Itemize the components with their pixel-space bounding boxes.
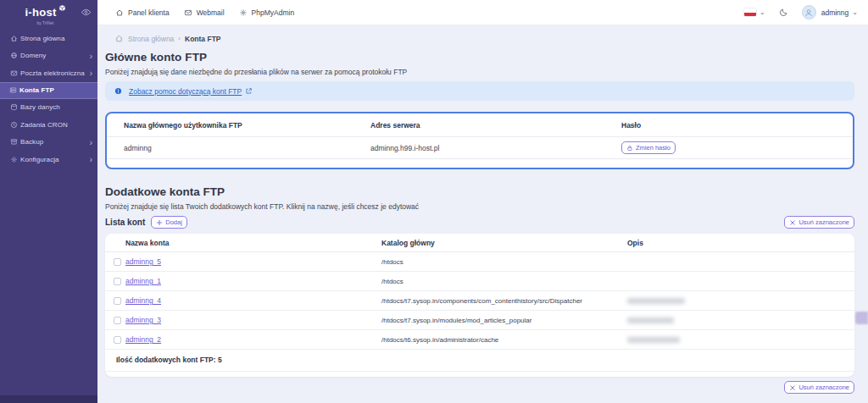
catalog-path: /htdocs/t7.sysop.in/modules/mod_articles… <box>381 317 627 324</box>
account-link[interactable]: adminng_4 <box>125 296 161 305</box>
help-alert: Zobacz pomoc dotyczącą kont FTP <box>105 81 854 101</box>
topbar-link-webmail[interactable]: Webmail <box>184 8 225 17</box>
collapse-sidebar-icon[interactable] <box>81 7 92 18</box>
sidebar-item-email[interactable]: Poczta elektroniczna › <box>2 64 96 81</box>
redacted-text <box>627 337 680 343</box>
clock-icon <box>10 121 18 129</box>
table-row: adminng_3 /htdocs/t7.sysop.in/modules/mo… <box>105 311 854 330</box>
table-row: adminng_5 /htdocs <box>105 252 854 272</box>
section-description: Poniżej znajduje się lista Twoich dodatk… <box>105 202 854 211</box>
logo[interactable]: i-host <box>25 6 65 19</box>
col-header: Opis <box>627 234 854 251</box>
info-icon <box>114 87 122 95</box>
chevron-down-icon: ⌄ <box>852 8 858 16</box>
mail-icon <box>10 69 18 77</box>
home-icon <box>114 34 124 43</box>
cube-icon <box>58 4 66 12</box>
gear-icon <box>10 156 18 163</box>
account-link[interactable]: adminng_5 <box>125 257 161 266</box>
sidebar-menu: Strona główna Domeny › Poczta elektronic… <box>0 25 97 168</box>
mail-icon <box>184 8 192 17</box>
sidebar-item-domains[interactable]: Domeny › <box>2 47 96 64</box>
account-link[interactable]: adminng_3 <box>125 316 161 324</box>
col-header: Hasło <box>621 113 853 136</box>
col-header: Adres serwera <box>370 113 621 136</box>
help-link[interactable]: Zobacz pomoc dotyczącą kont FTP <box>129 87 253 96</box>
user-icon <box>804 8 814 18</box>
catalog-path: /htdocs <box>381 258 627 266</box>
description-cell <box>627 317 854 323</box>
username[interactable]: adminng <box>821 8 849 17</box>
table-row: adminng_1 /htdocs <box>105 272 854 291</box>
col-header: Nazwa konta <box>125 234 381 251</box>
sidebar-item-config[interactable]: Konfiguracja › <box>2 151 96 168</box>
catalog-path: /htdocs/t7.sysop.in/components/com_conte… <box>381 297 627 305</box>
topbar: Panel klienta Webmail PhpMyAdmin ⌄ admin… <box>97 0 868 25</box>
sidebar-logo-area: i-host by TriNet <box>0 0 97 25</box>
catalog-path: /htdocs/t6.sysop.in/administrator/cache <box>381 336 627 344</box>
server-icon <box>9 86 17 94</box>
col-header: Nazwa głównego użytkownika FTP <box>107 113 370 136</box>
page-description: Poniżej znajdują się dane niezbędne do p… <box>105 68 854 76</box>
table-footer: Ilość dodatkowych kont FTP: 5 <box>105 350 854 372</box>
sidebar-item-home[interactable]: Strona główna <box>2 30 96 47</box>
chevron-right-icon: › <box>89 154 92 164</box>
sidebar-item-ftp[interactable]: Konta FTP <box>0 82 97 99</box>
database-icon <box>10 103 18 111</box>
row-checkbox[interactable] <box>114 278 121 285</box>
chevron-down-icon: ⌄ <box>760 8 765 16</box>
table-row: adminng_4 /htdocs/t7.sysop.in/components… <box>105 291 854 311</box>
row-checkbox[interactable] <box>114 317 121 324</box>
catalog-path: /htdocs <box>381 278 627 285</box>
list-label: Lista kont <box>105 218 145 227</box>
breadcrumb-home[interactable]: Strona główna <box>128 35 174 43</box>
main-ftp-row: adminng adminng.h99.i-host.pl Zmień hasł… <box>107 137 853 159</box>
delete-selected-button-top[interactable]: Usuń zaznaczone <box>784 216 854 229</box>
main-ftp-card: Nazwa głównego użytkownika FTP Adres ser… <box>105 112 854 169</box>
sidebar-item-databases[interactable]: Bazy danych <box>2 99 96 116</box>
side-widget[interactable] <box>855 312 868 324</box>
x-icon <box>789 384 796 391</box>
table-row: adminng_2 /htdocs/t6.sysop.in/administra… <box>105 330 854 350</box>
home-icon <box>115 8 124 17</box>
main-content: Strona główna › Konta FTP Główne konto F… <box>97 25 868 403</box>
globe-icon <box>10 52 18 59</box>
redacted-text <box>627 317 674 323</box>
archive-icon <box>10 138 18 146</box>
page-title: Główne konto FTP <box>105 51 854 63</box>
avatar[interactable] <box>802 5 816 19</box>
change-password-button[interactable]: Zmień hasło <box>621 141 676 154</box>
sidebar-footer-strip <box>0 395 97 403</box>
topbar-link-phpmyadmin[interactable]: PhpMyAdmin <box>239 8 295 17</box>
dark-mode-icon[interactable] <box>779 8 788 17</box>
plus-icon <box>156 219 163 226</box>
add-button[interactable]: Dodaj <box>151 216 187 229</box>
description-cell <box>627 298 854 304</box>
logo-subtitle: by TriNet <box>0 20 91 25</box>
chevron-right-icon: › <box>89 68 92 78</box>
section-title: Dodatkowe konta FTP <box>105 185 854 198</box>
row-checkbox[interactable] <box>114 258 121 266</box>
ftp-username: adminng <box>107 138 370 158</box>
row-checkbox[interactable] <box>114 297 121 305</box>
chevron-right-icon: › <box>89 51 92 61</box>
home-icon <box>10 35 18 42</box>
redacted-text <box>627 298 685 304</box>
breadcrumb: Strona główna › Konta FTP <box>114 33 854 44</box>
topbar-link-panel[interactable]: Panel klienta <box>115 8 170 17</box>
col-header: Katalog główny <box>381 234 627 251</box>
row-checkbox[interactable] <box>114 336 121 344</box>
description-cell <box>627 337 854 343</box>
breadcrumb-current: Konta FTP <box>185 35 221 43</box>
lock-icon <box>626 145 633 152</box>
sidebar: i-host by TriNet Strona główna Domeny › … <box>0 0 97 403</box>
ftp-server: adminng.h99.i-host.pl <box>370 138 621 158</box>
language-flag-poland[interactable] <box>744 8 756 16</box>
account-link[interactable]: adminng_1 <box>125 277 161 285</box>
x-icon <box>789 219 796 226</box>
sidebar-item-backup[interactable]: Backup › <box>2 134 96 151</box>
sidebar-item-cron[interactable]: Zadania CRON <box>2 116 96 133</box>
delete-selected-button-bottom[interactable]: Usuń zaznaczone <box>784 381 854 394</box>
account-link[interactable]: adminng_2 <box>125 335 161 344</box>
gear-icon <box>239 8 248 17</box>
